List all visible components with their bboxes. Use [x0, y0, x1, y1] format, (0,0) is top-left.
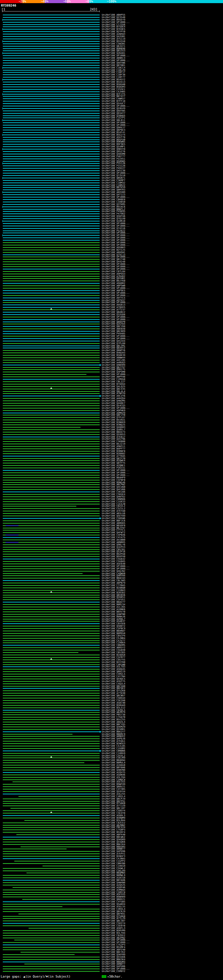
hit-alignment-line[interactable]: [3, 333, 99, 334]
hit-alignment-line[interactable]: [3, 348, 99, 348]
hit-alignment-line[interactable]: [3, 825, 99, 826]
hit-alignment-line[interactable]: [3, 391, 99, 392]
hit-alignment-line[interactable]: [3, 309, 99, 310]
hit-alignment-line[interactable]: [3, 938, 99, 938]
hit-alignment-line[interactable]: [3, 384, 99, 385]
hit-alignment-line[interactable]: [3, 159, 99, 159]
hit-alignment-line[interactable]: [3, 216, 99, 216]
hit-alignment-line[interactable]: [3, 549, 99, 550]
hit-alignment-line[interactable]: [3, 31, 99, 32]
hit-alignment-line[interactable]: [13, 781, 99, 782]
hit-alignment-line[interactable]: [3, 657, 99, 658]
hit-alignment-line[interactable]: [3, 746, 99, 746]
hit-alignment-line[interactable]: [3, 91, 99, 92]
hit-alignment-line[interactable]: [3, 515, 99, 516]
hit-alignment-line[interactable]: [43, 865, 99, 866]
hit-alignment-line[interactable]: [3, 430, 99, 430]
hit-alignment-line[interactable]: [3, 103, 99, 104]
hit-alignment-line[interactable]: [3, 901, 99, 902]
hit-alignment-line[interactable]: [3, 628, 99, 629]
hit-alignment-line[interactable]: [3, 372, 99, 372]
hit-alignment-line[interactable]: [3, 232, 99, 233]
hit-alignment-line[interactable]: [3, 578, 99, 579]
hit-alignment-line[interactable]: [3, 398, 99, 399]
hit-alignment-line[interactable]: [3, 918, 99, 919]
hit-alignment-line[interactable]: [3, 304, 99, 305]
hit-alignment-line[interactable]: [3, 762, 84, 763]
hit-alignment-line[interactable]: [3, 247, 99, 248]
hit-alignment-line[interactable]: [3, 889, 99, 890]
hit-alignment-line[interactable]: [3, 487, 99, 487]
hit-alignment-line[interactable]: [3, 89, 99, 90]
hit-alignment-line[interactable]: [3, 427, 80, 428]
hit-alignment-line[interactable]: [3, 616, 99, 617]
hit-alignment-line[interactable]: [3, 417, 99, 418]
hit-alignment-line[interactable]: [3, 180, 99, 181]
hit-alignment-line[interactable]: [29, 928, 100, 929]
hit-alignment-line[interactable]: [3, 904, 99, 905]
hit-alignment-line[interactable]: [3, 703, 99, 703]
hit-alignment-line[interactable]: [3, 197, 99, 197]
hit-alignment-line[interactable]: [3, 705, 99, 706]
hit-alignment-line[interactable]: [3, 75, 99, 75]
hit-alignment-line[interactable]: [3, 592, 99, 593]
hit-alignment-line[interactable]: [3, 168, 99, 169]
hit-alignment-line[interactable]: [3, 326, 99, 327]
hit-alignment-line[interactable]: [3, 237, 99, 238]
hit-alignment-line[interactable]: [3, 211, 99, 212]
hit-alignment-line[interactable]: [3, 489, 99, 490]
hit-alignment-line[interactable]: [3, 585, 99, 586]
hit-alignment-line[interactable]: [3, 655, 99, 655]
hit-alignment-line[interactable]: [3, 810, 99, 811]
hit-alignment-line[interactable]: [3, 408, 99, 409]
hit-alignment-line[interactable]: [3, 880, 99, 881]
hit-alignment-line[interactable]: [3, 508, 99, 509]
hit-alignment-line[interactable]: [3, 638, 99, 639]
hit-alignment-line[interactable]: [3, 494, 99, 495]
hit-alignment-line[interactable]: [3, 252, 99, 253]
hit-alignment-line[interactable]: [3, 916, 99, 917]
hit-alignment-line[interactable]: [3, 415, 99, 415]
hit-alignment-line[interactable]: [3, 897, 99, 897]
hit-alignment-line[interactable]: [3, 338, 99, 339]
hit-alignment-line[interactable]: [3, 827, 99, 828]
hit-alignment-line[interactable]: [3, 753, 99, 754]
hit-label[interactable]: UniRef100_C5M8Y2: [102, 970, 125, 973]
hit-alignment-line[interactable]: [3, 690, 99, 691]
hit-alignment-line[interactable]: [3, 434, 99, 435]
hit-alignment-line[interactable]: [3, 885, 99, 885]
hit-alignment-line[interactable]: [3, 362, 99, 363]
hit-alignment-line[interactable]: [3, 667, 99, 667]
hit-alignment-line[interactable]: [3, 757, 99, 758]
hit-alignment-line[interactable]: [3, 250, 99, 250]
hit-alignment-line[interactable]: [3, 259, 99, 260]
hit-alignment-line[interactable]: [3, 108, 99, 109]
hit-alignment-line[interactable]: [3, 671, 99, 672]
hit-alignment-line[interactable]: [3, 734, 72, 735]
hit-alignment-line[interactable]: [3, 971, 99, 972]
hit-alignment-line[interactable]: [3, 652, 79, 653]
hit-alignment-line[interactable]: [3, 465, 99, 466]
hit-alignment-line[interactable]: [3, 799, 99, 799]
hit-alignment-line[interactable]: [3, 79, 99, 80]
hit-alignment-line[interactable]: [3, 813, 99, 813]
hit-alignment-line[interactable]: [3, 331, 99, 332]
hit-alignment-line[interactable]: [3, 947, 99, 948]
hit-alignment-line[interactable]: [3, 547, 99, 547]
hit-alignment-line[interactable]: [3, 611, 99, 612]
hit-alignment-line[interactable]: [3, 389, 99, 389]
hit-alignment-line[interactable]: [3, 269, 99, 269]
hit-alignment-line[interactable]: [3, 770, 99, 770]
hit-alignment-line[interactable]: [3, 149, 99, 150]
hit-alignment-line[interactable]: [3, 444, 99, 444]
hit-alignment-line[interactable]: [3, 115, 99, 116]
hit-alignment-line[interactable]: [3, 942, 99, 943]
hit-alignment-line[interactable]: [3, 345, 99, 346]
hit-alignment-line[interactable]: [3, 698, 99, 698]
hit-alignment-line[interactable]: [3, 355, 99, 356]
hit-alignment-line[interactable]: [3, 329, 99, 329]
hit-alignment-line[interactable]: [3, 511, 99, 511]
hit-alignment-line[interactable]: [3, 266, 99, 267]
hit-alignment-line[interactable]: [3, 851, 99, 852]
hit-alignment-line[interactable]: [3, 623, 99, 624]
